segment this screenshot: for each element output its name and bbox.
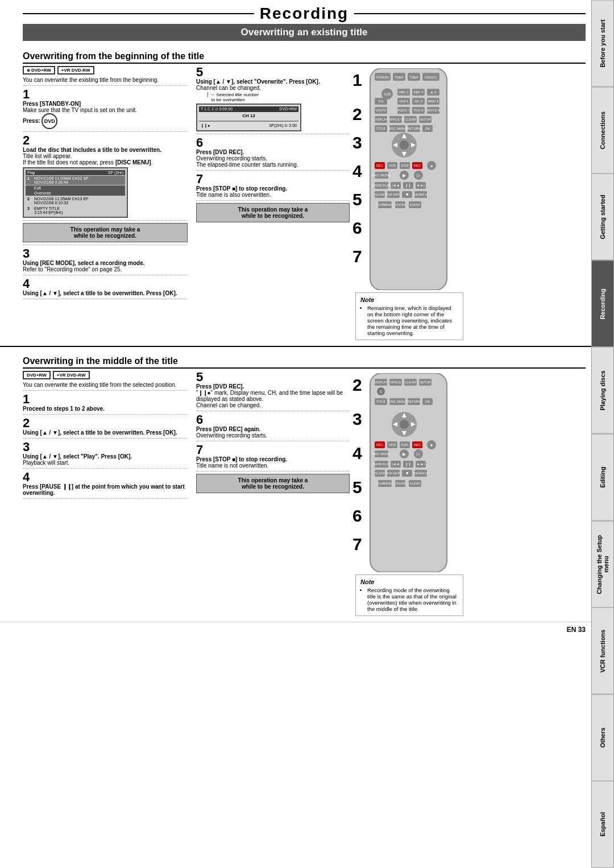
step-3-text: Using [REC MODE], select a recording mod… (23, 260, 188, 272)
svg-text:JKL 5: JKL 5 (414, 100, 423, 103)
mid-step-num-6: 6 (196, 414, 350, 426)
page-number: EN 33 (567, 626, 586, 634)
svg-text:■: ■ (406, 471, 408, 475)
beginning-left-col: ⊕DVD+RW +VR DVD-RW You can overwrite the… (23, 66, 193, 342)
svg-text:ZOOM: ZOOM (395, 482, 405, 485)
svg-text:VCR: VCR (388, 164, 396, 167)
sidebar-tab-others[interactable]: Others (591, 695, 614, 782)
svg-text:DISC MENU: DISC MENU (388, 400, 406, 403)
svg-text:DISPLAY: DISPLAY (374, 118, 388, 121)
step-num-7: 7 (196, 173, 350, 185)
remote-svg: STANDBY TIMER TIMER OPEN/CL ⊙/II ABC 1 (364, 68, 453, 290)
divider-step7 (196, 200, 350, 201)
step-num-3: 3 (23, 247, 188, 260)
svg-text:STANDBY: STANDBY (376, 76, 389, 79)
svg-text:REC MODE: REC MODE (373, 452, 390, 456)
svg-text:OK: OK (425, 400, 430, 403)
screen-item-1-selected: 1 NOV/21/06 11:00AM CH12 SP NOV/21/06 0:… (26, 176, 125, 185)
svg-text:DISPLAY: DISPLAY (374, 381, 388, 384)
step-1-press-standby: Press [STANDBY-ON]Make sure that the TV … (23, 101, 188, 113)
mid-step-num-3: 3 (23, 441, 188, 453)
mid-step-4: 4 Press [PAUSE ❙❙] at the point from whi… (23, 471, 188, 499)
svg-text:RAPID PLAY: RAPID PLAY (372, 184, 391, 187)
step-num-4: 4 (23, 278, 188, 290)
svg-text:▷: ▷ (417, 452, 421, 457)
svg-text:VCR: VCR (388, 443, 396, 447)
svg-text:●: ● (430, 164, 433, 168)
note-box-2: Note Recording mode of the overwriting t… (355, 574, 463, 616)
divider-step4 (23, 299, 188, 299)
mid-step-5-text: Press [DVD REC]."❙❙●" mark, Display menu… (196, 383, 350, 408)
divider-mid1 (23, 390, 188, 391)
note-title-1: Note (360, 296, 374, 303)
right-remote-col: 1 2 3 4 5 6 7 STANDBY (352, 66, 466, 342)
sidebar-tab-editing[interactable]: Editing (591, 434, 614, 521)
svg-text:CM SKIP: CM SKIP (387, 193, 400, 196)
step-5-text: Using [▲ / ▼], select "Overwrite". Press… (196, 78, 350, 91)
page-footer: EN 33 (0, 622, 614, 637)
svg-text:SPACE: SPACE (390, 381, 401, 384)
sidebar-tab-vcr[interactable]: VCR functions (591, 607, 614, 695)
svg-text:❙❙: ❙❙ (405, 462, 411, 466)
sidebar-tab-getting-started[interactable]: Getting started (591, 173, 614, 261)
mid-step-5: 5 Press [DVD REC]."❙❙●" mark, Display me… (196, 371, 350, 411)
svg-text:REC: REC (413, 164, 421, 167)
sidebar-tab-before[interactable]: Before you start (591, 0, 614, 87)
step-num-5: 5 (196, 66, 350, 78)
middle-mid-col: 5 Press [DVD REC]."❙❙●" mark, Display me… (193, 371, 352, 618)
note-list-1: Remaining time, which is displayed on th… (367, 305, 458, 336)
svg-text:REC: REC (376, 164, 383, 167)
svg-text:RAPID PLAY: RAPID PLAY (373, 462, 390, 466)
step-6: 6 Press [DVD REC].Overwriting recording … (196, 137, 350, 171)
step-num-6: 6 (196, 137, 350, 149)
mid-step-num-5: 5 (196, 371, 350, 383)
svg-text:❙❙: ❙❙ (405, 184, 411, 188)
step-4: 4 Using [▲ / ▼], select a title to be ov… (23, 278, 188, 299)
svg-text:SLOW: SLOW (375, 472, 385, 475)
svg-text:DISC MENU: DISC MENU (388, 127, 407, 130)
divider-mid-step4 (23, 498, 188, 499)
mid-step-4-text: Press [PAUSE ❙❙] at the point from which… (23, 483, 188, 496)
svg-text:DVD: DVD (401, 443, 408, 447)
step-1: 1 Press [STANDBY-ON]Make sure that the T… (23, 88, 188, 132)
sidebar-tab-espanol[interactable]: Español (591, 781, 614, 868)
svg-text:CLEAR: CLEAR (405, 381, 417, 384)
screen-item-overwrite2: Overwrite (26, 191, 125, 196)
overwriting-middle-section: Overwriting in the middle of the title D… (0, 346, 614, 618)
middle-intro-text: You can overwrite the existing title fro… (23, 382, 188, 388)
sidebar-tab-setup[interactable]: Changing the Setup menu (591, 521, 614, 608)
sidebar-tab-playing[interactable]: Playing discs (591, 347, 614, 434)
svg-text:SETUP: SETUP (420, 118, 431, 121)
step-2-text: Load the disc that includes a title to b… (23, 147, 188, 166)
divider-mid-step2 (23, 438, 188, 439)
divider-step3 (23, 275, 188, 275)
svg-text:REC: REC (376, 443, 383, 447)
big-step-nums: 1 2 3 4 5 6 7 (352, 72, 362, 265)
note-box-1: Note Remaining time, which is displayed … (355, 292, 463, 340)
dvd-icon-rw: ⊕DVD+RW (23, 66, 55, 75)
page-wrapper: Before you start Connections Getting sta… (0, 0, 614, 637)
step-2: 2 Load the disc that includes a title to… (23, 134, 188, 221)
dvd-icon-vr2: +VR DVD-RW (53, 371, 90, 379)
mid-step-3-text: Using [▲ / ▼], select "Play". Press [OK]… (23, 453, 188, 466)
mid-step-1: 1 Proceed to steps 1 to 2 above. (23, 393, 188, 415)
sidebar-tab-recording[interactable]: Recording (591, 261, 614, 348)
svg-text:SLOW: SLOW (375, 193, 385, 196)
svg-text:OK: OK (425, 127, 430, 130)
svg-text:PQRS 7: PQRS 7 (397, 109, 410, 112)
divider-warn1 (23, 245, 188, 245)
step-4-text: Using [▲ / ▼], select a title to be over… (23, 290, 188, 296)
note-title-2: Note (360, 578, 374, 585)
warning-box-1: This operation may take awhile to be rec… (23, 223, 188, 242)
screen-mockup-1: Play SP (2Hr) 1 NOV/21/06 11:00AM CH12 S… (23, 167, 128, 218)
warning-box-2: This operation may take awhile to be rec… (196, 203, 350, 222)
main-title-area: Recording Overwriting an existing title (0, 0, 614, 43)
screen-mockup-2: T 1 C 1 ⊙ 0:00:00 DVD+RW CH 12 ❙❙● SP(2H… (196, 104, 301, 131)
beginning-middle-col: 5 Using [▲ / ▼], select "Overwrite". Pre… (193, 66, 352, 342)
svg-text:AUDIO: AUDIO (409, 203, 420, 206)
svg-text:VID/TV: VID/TV (375, 109, 386, 112)
svg-point-54 (400, 140, 409, 150)
svg-text:▶: ▶ (403, 173, 406, 178)
sidebar-tab-connections[interactable]: Connections (591, 87, 614, 174)
svg-text:SETUP: SETUP (420, 381, 431, 384)
